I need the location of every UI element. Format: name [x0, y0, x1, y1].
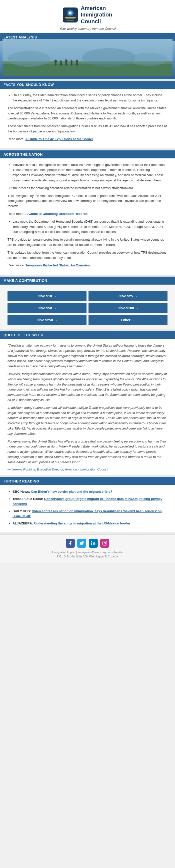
facts-content: On Thursday, the Biden administration an… [0, 89, 175, 148]
svg-point-25 [91, 541, 92, 542]
council-logo-icon [63, 7, 78, 23]
svg-rect-18 [71, 62, 72, 65]
svg-point-15 [65, 59, 68, 62]
quote-header: QUOTE OF THE WEEK [0, 331, 175, 339]
footer-line-2: 1331 G St. NW Suite 200, Washington, D.C… [7, 554, 168, 559]
nation-para-3: TPS provides temporary protections to ce… [7, 237, 168, 248]
list-item: ALJAZEERA: Understanding the surge in mi… [12, 521, 168, 526]
outlet-1: BBC News: [12, 490, 30, 493]
further-reading-content: BBC News: Can Biden's new border plan en… [0, 485, 175, 532]
svg-point-21 [8, 51, 50, 67]
svg-rect-12 [55, 62, 56, 65]
give-25-button[interactable]: Give $25 → [88, 291, 168, 301]
give-250-button[interactable]: Give $250 → [7, 315, 87, 325]
logo-text: American Immigration Council [81, 5, 112, 25]
facts-bullet-1: On Thursday, the Biden administration an… [12, 93, 168, 103]
svg-point-19 [76, 60, 78, 62]
divider-4 [0, 329, 175, 331]
outlet-4: ALJAZEERA: [12, 522, 33, 525]
latest-analysis-image [0, 41, 175, 79]
nation-para-4: This updated fact sheet from the America… [7, 250, 168, 260]
svg-point-3 [69, 12, 71, 14]
list-item: Texas Public Radio: Conservative group t… [12, 496, 168, 506]
divider-5 [0, 475, 175, 477]
svg-rect-6 [67, 20, 74, 21]
svg-point-13 [60, 60, 62, 63]
email-footer: Immigration Impact | ImmigrationCouncil.… [0, 534, 175, 563]
across-nation-header: ACROSS THE NATION [0, 150, 175, 158]
list-item: DAILY KOS: Biden addresses nation on imm… [12, 509, 168, 519]
nation-read-more-2: Read more: Temporary Protected Status: A… [7, 263, 168, 268]
svg-point-23 [130, 53, 167, 66]
give-other-button[interactable]: Other → [88, 315, 168, 325]
svg-rect-20 [76, 62, 78, 65]
facts-header: FACTS YOU SHOULD KNOW [0, 81, 175, 89]
outlet-3: DAILY KOS: [12, 509, 31, 513]
divider-6 [0, 532, 175, 534]
nation-para-1: But the process for obtaining detention-… [7, 186, 168, 191]
svg-point-17 [70, 60, 73, 62]
logo-area: American Immigration Council [7, 5, 168, 25]
quote-para-4: For generations, the United States has o… [7, 439, 168, 465]
quote-para-2: However, today's announcement also comes… [7, 372, 168, 403]
quote-content: "Creating an alternate pathway for migra… [0, 339, 175, 475]
svg-rect-4 [65, 17, 76, 18]
give-100-button[interactable]: Give $100 → [88, 303, 168, 313]
further-reading-header: FURTHER READING [0, 477, 175, 485]
across-nation-content: Individuals held in immigration detentio… [0, 158, 175, 275]
svg-rect-16 [65, 62, 67, 65]
svg-rect-5 [66, 19, 75, 19]
linkedin-icon[interactable] [89, 539, 98, 548]
divider-2 [0, 148, 175, 150]
svg-rect-14 [60, 62, 62, 65]
svg-rect-24 [91, 542, 92, 545]
quote-para-3: In addition, today's announcement will r… [7, 405, 168, 436]
divider-1 [0, 79, 175, 81]
contribution-header: MAKE A CONTRIBUTION [0, 277, 175, 285]
twitter-icon[interactable] [77, 539, 86, 548]
nation-bullet-1: Individuals held in immigration detentio… [12, 162, 168, 183]
facts-read-more: Read more: A Guide to Title 42 Expulsion… [7, 137, 168, 142]
further-link-1[interactable]: Can Biden's new border plan end the migr… [31, 490, 112, 493]
svg-rect-26 [103, 541, 107, 545]
nation-read-more-link-2[interactable]: Temporary Protected Status: An Overview [26, 264, 90, 267]
quote-para-1: "Creating an alternate pathway for migra… [7, 343, 168, 369]
outlet-2: Texas Public Radio: [12, 497, 43, 501]
facts-para-1: The administration said it reached an ag… [7, 106, 168, 121]
contribution-content: Give $10 → Give $25 → Give $50 → Give $1… [0, 285, 175, 329]
nation-read-more-link-1[interactable]: A Guide to Obtaining Detention Records [26, 212, 88, 216]
logo-title-line: American Immigration Council [81, 5, 112, 25]
divider-3 [0, 275, 175, 277]
nation-para-2: This new guide by the American Immigrati… [7, 193, 168, 209]
nation-bullet-2: Last week, the Department of Homeland Se… [12, 219, 168, 235]
facebook-icon[interactable] [66, 539, 75, 548]
facts-para-2: These fact sheets from the American Immi… [7, 124, 168, 134]
svg-point-11 [54, 60, 57, 62]
footer-line-1: Immigration Impact | ImmigrationCouncil.… [7, 550, 168, 555]
social-icons-row [7, 539, 168, 548]
give-50-button[interactable]: Give $50 → [7, 303, 87, 313]
further-link-4[interactable]: Understanding the surge in migration at … [34, 522, 130, 525]
nation-read-more-1: Read more: A Guide to Obtaining Detentio… [7, 211, 168, 217]
instagram-icon[interactable] [100, 539, 109, 548]
further-reading-list: BBC News: Can Biden's new border plan en… [7, 489, 168, 526]
contribution-grid: Give $10 → Give $25 → Give $50 → Give $1… [7, 291, 168, 325]
quote-attribution: — Jeremy Robbins, Executive Director, Am… [7, 467, 168, 471]
give-10-button[interactable]: Give $10 → [7, 291, 87, 301]
svg-point-22 [82, 48, 136, 67]
email-header: American Immigration Council Your weekly… [0, 0, 175, 33]
further-link-3[interactable]: Biden addresses nation on immigration, s… [12, 509, 162, 518]
header-subtitle: Your weekly summary from the Council [7, 27, 168, 30]
facts-read-more-link[interactable]: A Guide to Title 42 Expulsions at the Bo… [26, 137, 93, 141]
list-item: BBC News: Can Biden's new border plan en… [12, 489, 168, 494]
